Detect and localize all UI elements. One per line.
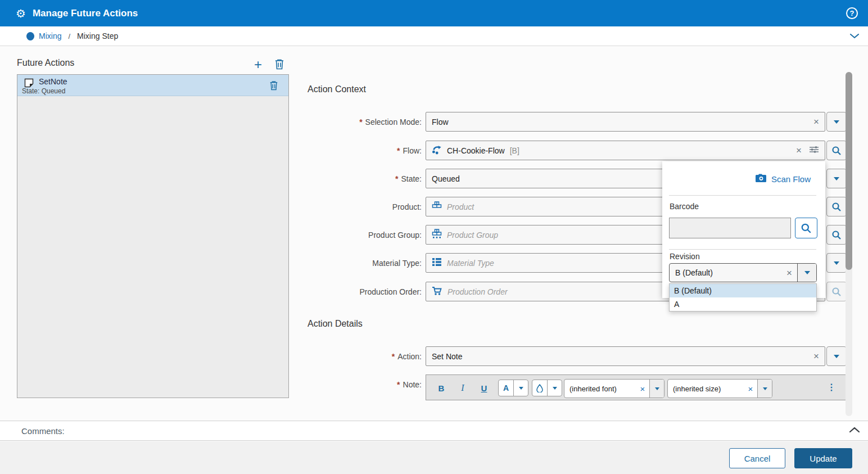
- flow-revision-tag: [B]: [510, 146, 791, 155]
- state-dropdown-button[interactable]: [826, 169, 847, 188]
- list-item-name: SetNote: [39, 77, 67, 86]
- divider: [669, 249, 816, 250]
- font-color-button[interactable]: A: [499, 380, 513, 396]
- revision-options-list: B (Default) A: [669, 283, 817, 312]
- barcode-input[interactable]: [669, 218, 791, 238]
- cancel-button[interactable]: Cancel: [729, 448, 785, 468]
- breadcrumb-separator: /: [68, 32, 70, 40]
- clear-icon[interactable]: ×: [813, 351, 819, 361]
- chevron-down-icon: [834, 261, 839, 265]
- clear-icon[interactable]: ×: [796, 146, 802, 155]
- divider: [669, 195, 816, 196]
- chevron-up-icon[interactable]: [848, 426, 861, 437]
- font-name-combobox[interactable]: (inherited font) ×: [564, 379, 664, 398]
- font-size-dropdown[interactable]: [757, 380, 772, 398]
- add-action-button[interactable]: +: [254, 57, 262, 73]
- more-options-icon[interactable]: ⋮: [827, 382, 836, 392]
- product-group-label: Product Group:: [270, 225, 422, 245]
- breadcrumb-step-link[interactable]: Mixing: [39, 31, 61, 40]
- highlight-color-split-button[interactable]: [532, 380, 562, 396]
- note-label: * Note:: [270, 374, 422, 394]
- flow-search-button[interactable]: [826, 141, 847, 160]
- action-value: Set Note: [432, 352, 808, 361]
- step-status-icon: [26, 32, 34, 40]
- barcode-label: Barcode: [670, 202, 699, 211]
- action-context-title: Action Context: [308, 84, 366, 94]
- clear-icon[interactable]: ×: [813, 117, 819, 127]
- chevron-down-icon: [834, 355, 839, 358]
- list-item-setnote[interactable]: SetNote State: Queued: [17, 75, 288, 96]
- breadcrumb: Mixing / Mixing Step: [0, 26, 868, 46]
- comments-bar: Comments:: [0, 421, 868, 441]
- selection-mode-dropdown-button[interactable]: [826, 112, 847, 132]
- action-label: * Action:: [270, 346, 422, 366]
- action-dropdown-button[interactable]: [826, 346, 847, 366]
- flow-field[interactable]: CH-Cookie-Flow [B] ×: [426, 141, 825, 160]
- selection-mode-label: * Selection Mode:: [270, 112, 422, 132]
- scrollbar-thumb[interactable]: [846, 72, 852, 270]
- barcode-search-button[interactable]: [795, 218, 817, 238]
- chevron-down-icon: [804, 271, 810, 274]
- font-size-combobox[interactable]: (inherited size) ×: [667, 379, 772, 398]
- scan-flow-popup: Scan Flow Barcode Revision B (Default) ×: [662, 161, 825, 298]
- update-button[interactable]: Update: [794, 448, 852, 468]
- camera-icon: [755, 174, 767, 184]
- chevron-down-icon: [834, 177, 839, 180]
- material-type-dropdown-button[interactable]: [826, 253, 847, 273]
- material-type-label: Material Type:: [270, 253, 422, 273]
- chevron-down-icon: [834, 120, 839, 124]
- highlight-droplet-icon[interactable]: [532, 380, 547, 396]
- production-order-label: Production Order:: [270, 282, 422, 301]
- chevron-down-icon: [519, 387, 523, 390]
- product-group-search-button[interactable]: [826, 225, 847, 245]
- italic-button[interactable]: I: [454, 380, 471, 396]
- gear-icon: ⚙: [16, 8, 26, 19]
- clear-icon[interactable]: ×: [636, 380, 649, 398]
- font-name-value: (inherited font): [564, 380, 636, 398]
- revision-combobox[interactable]: B (Default) ×: [669, 263, 817, 282]
- delete-item-icon[interactable]: [269, 80, 278, 93]
- required-marker: *: [359, 118, 362, 127]
- chevron-down-icon[interactable]: [849, 32, 860, 42]
- production-order-search-button[interactable]: [826, 282, 847, 301]
- option-b-default[interactable]: B (Default): [670, 284, 816, 297]
- cart-icon: [432, 286, 442, 297]
- note-editor-toolbar: B I U A (inherited font) × (inherited si…: [426, 374, 847, 400]
- highlight-dropdown[interactable]: [547, 380, 562, 396]
- flow-value: CH-Cookie-Flow: [447, 146, 505, 155]
- font-color-split-button[interactable]: A: [498, 380, 528, 396]
- help-icon[interactable]: ?: [846, 7, 858, 19]
- future-actions-list: SetNote State: Queued: [17, 74, 289, 398]
- flow-label: * Flow:: [270, 141, 422, 160]
- bold-button[interactable]: B: [433, 380, 450, 396]
- font-size-value: (inherited size): [668, 380, 744, 398]
- clear-icon[interactable]: ×: [744, 380, 757, 398]
- font-color-dropdown[interactable]: [513, 380, 528, 396]
- font-name-dropdown[interactable]: [649, 380, 664, 398]
- flow-icon: [432, 145, 442, 156]
- sliders-icon[interactable]: [809, 145, 819, 156]
- state-label: * State:: [270, 169, 422, 188]
- selection-mode-field[interactable]: Flow ×: [426, 112, 825, 132]
- chevron-down-icon: [553, 387, 557, 390]
- action-field[interactable]: Set Note ×: [426, 346, 825, 366]
- required-marker: *: [397, 380, 400, 389]
- title-bar: ⚙ Manage Future Actions ?: [0, 0, 868, 26]
- revision-label: Revision: [670, 252, 700, 261]
- chevron-down-icon: [655, 387, 659, 390]
- window-title: Manage Future Actions: [33, 8, 138, 19]
- product-search-button[interactable]: [826, 197, 847, 216]
- required-marker: *: [397, 146, 400, 155]
- action-details-title: Action Details: [308, 319, 363, 329]
- option-a[interactable]: A: [670, 297, 816, 311]
- delete-all-icon[interactable]: [274, 58, 284, 72]
- chevron-down-icon: [763, 387, 767, 390]
- revision-dropdown-button[interactable]: [797, 264, 816, 282]
- required-marker: *: [392, 352, 395, 361]
- clear-icon[interactable]: ×: [781, 264, 797, 282]
- required-marker: *: [395, 174, 398, 183]
- underline-button[interactable]: U: [476, 380, 492, 396]
- scan-flow-link[interactable]: Scan Flow: [755, 174, 811, 184]
- selection-mode-value: Flow: [432, 118, 808, 127]
- product-icon: [432, 201, 442, 212]
